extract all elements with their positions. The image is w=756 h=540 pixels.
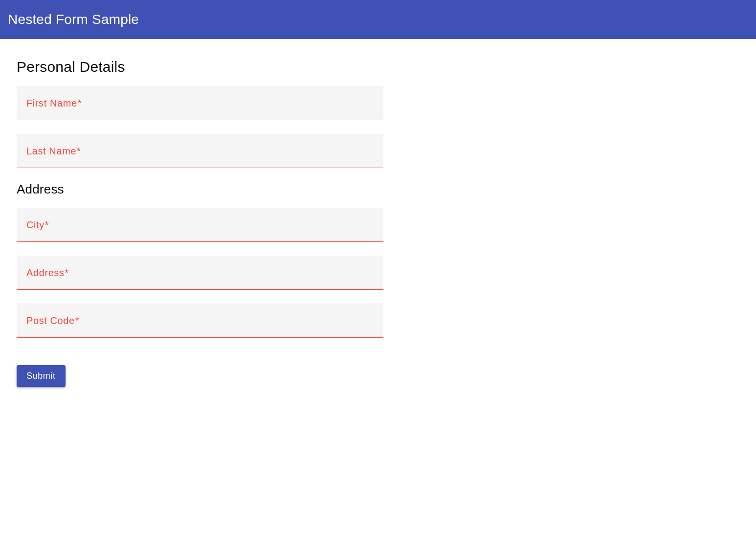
app-toolbar: Nested Form Sample [0,0,756,39]
first-name-field[interactable]: First Name* [17,86,383,120]
last-name-field[interactable]: Last Name* [17,134,383,168]
post-code-field[interactable]: Post Code* [17,303,383,338]
first-name-input[interactable] [26,100,374,117]
post-code-input[interactable] [26,317,374,334]
form-actions: Submit [17,365,472,387]
personal-details-heading: Personal Details [17,59,472,75]
page-title: Nested Form Sample [8,12,139,27]
form-content: Personal Details First Name* Last Name* … [0,39,489,407]
city-input[interactable] [26,221,374,238]
last-name-input[interactable] [26,148,374,165]
address-input[interactable] [26,269,374,286]
address-field[interactable]: Address* [17,256,383,290]
address-heading: Address [17,182,472,197]
submit-button[interactable]: Submit [17,365,66,387]
city-field[interactable]: City* [17,208,383,242]
